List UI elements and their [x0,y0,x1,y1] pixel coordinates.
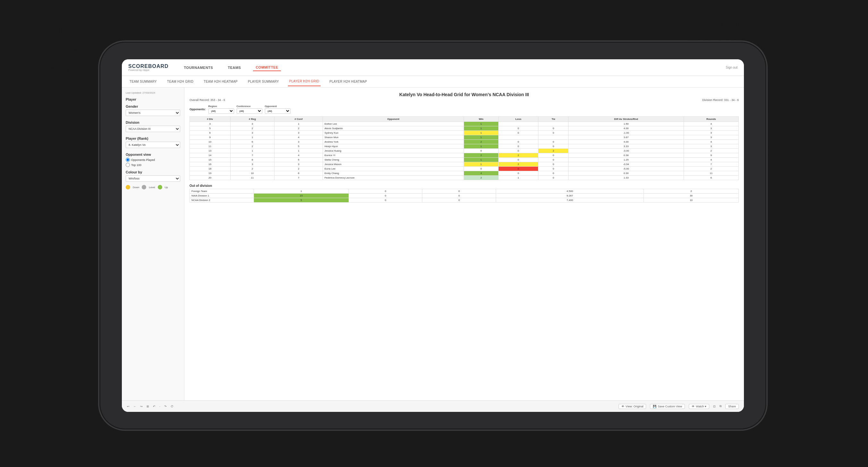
gender-select[interactable]: Women's Men's [126,110,180,116]
logo-sub: Powered by clippd [128,69,169,71]
td-win: 2 [464,176,498,180]
timer-icon[interactable]: ⏱ [170,405,174,408]
td-div: 10 [190,140,230,144]
td-tie: 0 [538,167,568,171]
th-reg: # Reg [230,117,275,122]
colour-indicators: Down Level Up [126,185,180,189]
region-filter-select[interactable]: (All) [209,108,234,114]
td-diff: 9.267 [496,194,644,198]
conference-filter-label: Conference [237,105,251,108]
td-tie: 0 [538,158,568,162]
radio-top-100[interactable]: Top 100 [126,163,180,167]
sidebar: Last Updated: 27/03/2024 Player Gender W… [122,88,184,400]
nav-committee[interactable]: COMMITTEE [253,64,281,71]
radio-opponents-played-input[interactable] [126,158,130,162]
conference-filter-select[interactable]: (All) [237,108,262,114]
save-custom-view-btn[interactable]: 💾 Save Custom View [650,404,685,409]
subnav-team-h2h-heatmap[interactable]: TEAM H2H HEATMAP [202,77,239,86]
td-diff: -0.94 [568,162,684,167]
td-div: 20 [190,176,230,180]
forward-icon[interactable]: ↷ [164,405,167,408]
grid-icon[interactable]: ⊞ [147,405,149,408]
refresh-icon[interactable]: ↶ [153,405,156,408]
table-row: NCAA Division 2 5 0 0 7.400 10 [190,198,739,203]
conference-filter-group: Conference (All) [237,105,262,114]
sign-out-link[interactable]: Sign out [725,66,738,69]
td-conf: 3 [275,140,323,144]
td-win: 4 [464,171,498,176]
td-tie: 2 [538,149,568,153]
th-diff: Diff Av Strokes/Rnd [568,117,684,122]
view-original-btn[interactable]: 👁 View: Original [619,404,646,409]
table-row: 9 1 4 Sharon Mun 1 3.67 3 [190,135,739,140]
table-row: 13 1 1 Jessica Huang 0 0 2 -3.00 2 [190,149,739,153]
opponent-filter-select[interactable]: (All) [265,108,290,114]
undo-icon[interactable]: ↩ [127,405,129,408]
radio-opponents-played[interactable]: Opponents Played [126,158,180,162]
subnav-player-summary[interactable]: PLAYER SUMMARY [247,77,280,86]
sidebar-colour-label: Colour by [126,170,180,174]
view-original-label: View: Original [626,405,643,408]
subnav-team-h2h-grid[interactable]: TEAM H2H GRID [166,77,195,86]
td-rounds: 6 [684,176,739,180]
sidebar-player-label: Player [126,97,180,101]
td-conf: 6 [275,171,323,176]
nav-tournaments[interactable]: TOURNAMENTS [182,64,216,71]
td-conf: 7 [275,176,323,180]
sidebar-gender-section: Gender Women's Men's [126,104,180,117]
td-loss: 0 [348,198,422,203]
th-conf: # Conf [275,117,323,122]
redo-icon[interactable]: ↪ [140,405,143,408]
td-diff: 4.500 [496,189,644,194]
app-content: SCOREBOARD Powered by clippd TOURNAMENTS… [122,59,744,412]
table-row: 16 3 3 Jessica Mason 1 2 0 -0.94 7 [190,162,739,167]
radio-top-100-input[interactable] [126,163,130,167]
filter-row: Opponents: Region (All) Conference (All) [189,105,739,114]
td-rounds: 2 [684,149,739,153]
division-select[interactable]: NCAA Division III NCAA Division I NCAA D… [126,126,180,132]
sidebar-player-rank-label: Player (Rank) [126,136,180,141]
main-data-table: # Div # Reg # Conf Opponent Win Loss Tie… [189,116,739,180]
copy-icon[interactable]: ⧉ [719,405,721,408]
table-row: 11 2 5 Heejo Hyun 1 0 0 3.33 3 [190,144,739,149]
out-of-division-label: Out of division [189,184,739,187]
nav-teams[interactable]: TEAMS [225,64,243,71]
td-div: 13 [190,149,230,153]
subnav-player-h2h-heatmap[interactable]: PLAYER H2H HEATMAP [328,77,368,86]
td-div: 14 [190,153,230,158]
td-win: 15 [254,194,349,198]
td-tie [538,122,568,126]
td-win: 1 [464,144,498,149]
table-row: NAIA Division 1 15 0 0 9.267 30 [190,194,739,198]
td-loss: 0 [348,194,422,198]
watch-btn[interactable]: 👁 Watch ▾ [689,404,709,409]
td-tie: 0 [538,144,568,149]
td-loss: 0 [498,144,538,149]
td-opponent: Jessica Mason [322,162,464,167]
layout-icon[interactable]: ⊡ [713,405,716,408]
td-foreign-team: Foreign Team [190,189,254,194]
subnav-player-h2h-grid[interactable]: PLAYER H2H GRID [288,77,321,86]
td-rounds: 9 [684,153,739,158]
player-rank-select[interactable]: 8. Katelyn Vo [126,142,180,148]
td-loss: 2 [498,153,538,158]
share-btn[interactable]: Share [725,404,739,409]
td-rounds: 30 [644,194,739,198]
td-conf: 1 [275,149,323,153]
td-div: 3 [190,122,230,126]
td-diff: 1.25 [568,158,684,162]
td-tie: 0 [538,131,568,135]
table-row: 18 2 2 Euna Lee 0 0 0 -5.00 2 [190,167,739,171]
opponents-filter-label: Opponents: [189,108,206,111]
td-opponent: Jessica Huang [322,149,464,153]
td-div: 19 [190,171,230,176]
back-icon[interactable]: ← [133,405,136,408]
td-reg: 3 [230,162,275,167]
colour-select[interactable]: Win/loss [126,175,180,182]
sub-nav: TEAM SUMMARY TEAM H2H GRID TEAM H2H HEAT… [122,76,744,88]
subnav-team-summary[interactable]: TEAM SUMMARY [128,77,158,86]
annotation-left-text2: select the [19,42,91,61]
th-rounds: Rounds [684,117,739,122]
td-win: 2 [464,153,498,158]
table-row: 14 7 4 Eunice Yi 2 2 0 0.38 9 [190,153,739,158]
